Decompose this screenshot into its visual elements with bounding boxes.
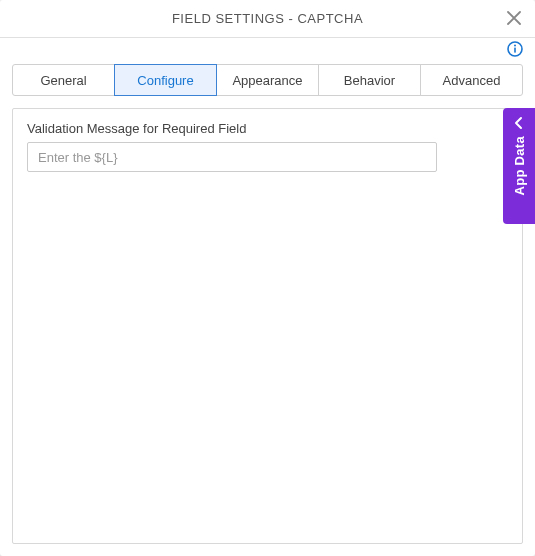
tab-label: Configure <box>137 73 193 88</box>
close-icon <box>507 11 521 25</box>
tab-advanced[interactable]: Advanced <box>420 64 523 96</box>
tab-appearance[interactable]: Appearance <box>216 64 319 96</box>
validation-message-label: Validation Message for Required Field <box>27 121 508 136</box>
drawer-label: App Data <box>512 136 527 195</box>
tabs: General Configure Appearance Behavior Ad… <box>0 64 535 96</box>
tab-general[interactable]: General <box>12 64 115 96</box>
svg-rect-2 <box>514 48 516 53</box>
configure-panel: Validation Message for Required Field <box>12 108 523 544</box>
app-data-drawer-toggle[interactable]: App Data <box>503 108 535 224</box>
svg-point-1 <box>514 45 516 47</box>
modal-header: FIELD SETTINGS - CAPTCHA <box>0 0 535 38</box>
tab-configure[interactable]: Configure <box>114 64 217 96</box>
tab-label: Advanced <box>443 73 501 88</box>
info-icon[interactable] <box>507 41 523 61</box>
chevron-left-icon <box>512 116 526 130</box>
close-button[interactable] <box>503 6 525 32</box>
field-settings-modal: FIELD SETTINGS - CAPTCHA General Configu… <box>0 0 535 556</box>
tab-behavior[interactable]: Behavior <box>318 64 421 96</box>
validation-message-input[interactable] <box>27 142 437 172</box>
tab-label: Behavior <box>344 73 395 88</box>
tab-label: General <box>40 73 86 88</box>
modal-title: FIELD SETTINGS - CAPTCHA <box>172 11 363 26</box>
info-row <box>0 38 535 64</box>
tab-label: Appearance <box>232 73 302 88</box>
